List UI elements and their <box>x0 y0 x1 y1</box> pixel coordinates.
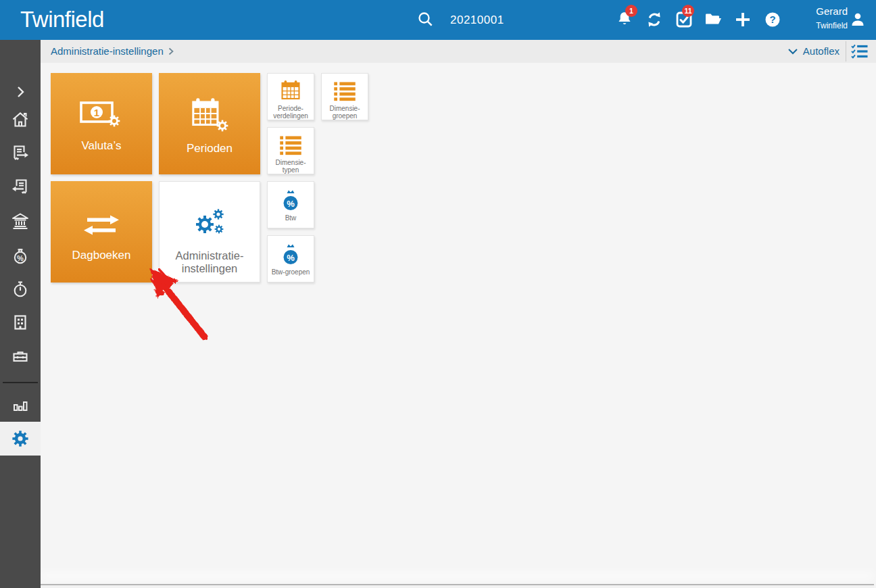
gears-icon <box>190 206 229 240</box>
breadcrumb-divider <box>846 41 846 62</box>
tasks-badge: 11 <box>682 5 694 17</box>
toolbox-icon <box>11 347 30 366</box>
tile-label: Dimensie- typen <box>275 159 306 174</box>
sidebar-divider <box>3 382 38 383</box>
document-arrow-right-icon <box>11 144 30 163</box>
sidebar-item-reports[interactable] <box>0 388 41 422</box>
tile-valutas[interactable]: 1 Valuta’s <box>51 73 152 174</box>
calendar-icon <box>279 80 302 101</box>
stopwatch-icon <box>11 279 30 298</box>
svg-text:?: ? <box>769 14 775 25</box>
tile-label: Periode- verdelingen <box>273 105 308 120</box>
tile-label: Dagboeken <box>72 249 131 262</box>
folder-icon[interactable] <box>704 10 723 29</box>
twinfield-app: { "app": { "logo": "Twinfield" }, "heade… <box>0 0 876 588</box>
refresh-icon[interactable] <box>645 10 664 29</box>
breadcrumb[interactable]: Administratie-instellingen <box>51 40 164 63</box>
currency-gear-icon: 1 <box>79 97 124 130</box>
tile-label: Btw <box>285 214 297 222</box>
breadcrumb-bar: Administratie-instellingen Autoflex <box>41 40 876 63</box>
list-icon <box>278 136 303 155</box>
search-icon[interactable] <box>417 11 435 28</box>
sidebar-item-settings[interactable] <box>0 422 41 456</box>
tile-administratie-instellingen[interactable]: Administratie- instellingen <box>159 181 260 283</box>
tile-btw[interactable]: Btw <box>267 181 314 228</box>
building-icon <box>11 313 30 332</box>
notifications-badge: 1 <box>625 5 637 17</box>
tile-perioden[interactable]: Perioden <box>159 73 260 174</box>
user-avatar-icon[interactable] <box>849 11 867 28</box>
exchange-arrows-icon <box>81 211 122 239</box>
bar-chart-icon <box>11 396 29 414</box>
tile-periode-verdelingen[interactable]: Periode- verdelingen <box>267 73 314 120</box>
top-header-bar: Twinfield 20210001 1 11 ? Gerard Twinfie… <box>0 0 876 40</box>
gear-icon <box>10 428 30 449</box>
sidebar-item-company[interactable] <box>0 305 41 339</box>
twinfield-logo[interactable]: Twinfield <box>20 0 104 40</box>
add-icon[interactable] <box>733 10 752 29</box>
user-name[interactable]: Gerard <box>816 5 848 17</box>
tile-label: Btw-groepen <box>272 268 310 276</box>
tile-label: Dimensie- groepen <box>329 105 360 120</box>
tile-dagboeken[interactable]: Dagboeken <box>51 181 152 283</box>
autoflex-selector[interactable]: Autoflex <box>788 40 840 63</box>
svg-text:1: 1 <box>94 107 99 118</box>
sidebar-item-toolbox[interactable] <box>0 339 41 373</box>
chevron-down-icon <box>788 49 798 55</box>
sidebar-item-time[interactable] <box>0 272 41 305</box>
percent-bag-icon: % <box>11 245 30 264</box>
bottom-panel-edge <box>41 584 874 588</box>
chevron-right-icon <box>13 84 28 99</box>
autoflex-label: Autoflex <box>803 40 840 63</box>
tile-label: Valuta’s <box>82 139 122 153</box>
calendar-gear-icon <box>189 97 230 132</box>
tile-dimensie-groepen[interactable]: Dimensie- groepen <box>321 73 368 120</box>
money-bag-percent-icon <box>281 188 301 211</box>
list-icon <box>333 82 357 101</box>
tile-dimensie-typen[interactable]: Dimensie- typen <box>267 127 314 174</box>
sidebar-item-home[interactable] <box>0 103 41 137</box>
sidebar-item-purchase-invoices[interactable] <box>0 170 41 204</box>
user-organisation: Twinfield <box>816 21 848 30</box>
svg-text:%: % <box>17 254 24 262</box>
sidebar-item-bank[interactable] <box>0 204 41 238</box>
money-bag-percent-icon <box>281 242 301 265</box>
view-list-icon[interactable] <box>851 44 868 59</box>
document-arrow-left-icon <box>11 178 30 197</box>
search-input[interactable]: 20210001 <box>450 0 504 40</box>
main-sidebar: % <box>0 40 41 588</box>
breadcrumb-chevron-icon <box>168 47 174 55</box>
help-icon[interactable]: ? <box>763 10 782 29</box>
tile-label: Perioden <box>187 142 233 155</box>
bank-icon <box>11 212 30 230</box>
sidebar-item-vat[interactable]: % <box>0 238 41 272</box>
tile-label: Administratie- instellingen <box>176 249 244 275</box>
home-icon <box>11 110 30 129</box>
tile-btw-groepen[interactable]: Btw-groepen <box>267 235 314 283</box>
sidebar-item-sales-invoices[interactable] <box>0 137 41 170</box>
